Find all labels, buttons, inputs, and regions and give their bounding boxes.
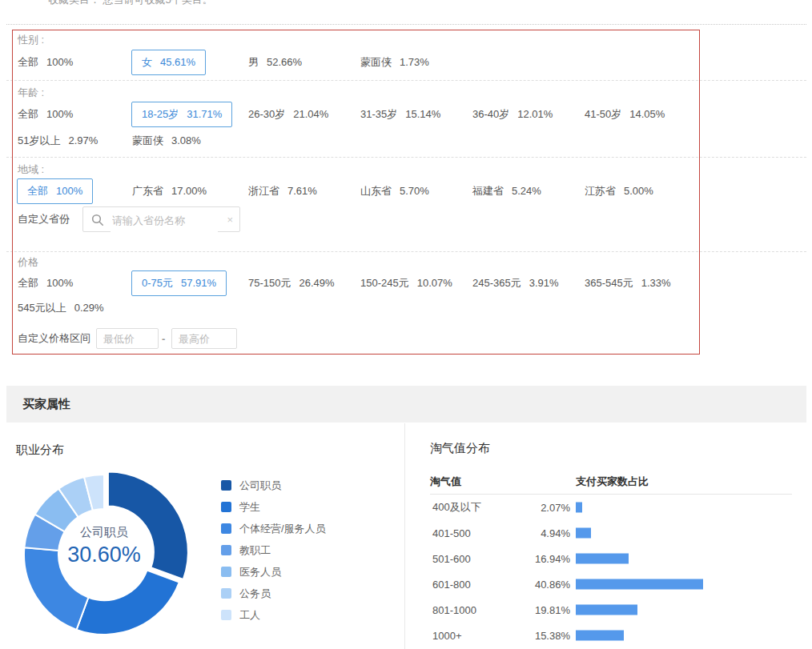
donut-slice[interactable] (108, 472, 188, 579)
search-icon (91, 214, 104, 226)
taoqi-range-label: 401-500 (432, 527, 471, 539)
filter-row: 545元以上0.29% (0, 296, 805, 320)
filter-option[interactable]: 全部100% (18, 276, 73, 290)
filter-option[interactable]: 蒙面侠3.08% (132, 134, 201, 148)
taoqi-bar (576, 503, 582, 513)
option-value: 14.05% (629, 108, 665, 120)
legend-item[interactable]: 公务员 (221, 586, 326, 607)
filter-option[interactable]: 365-545元1.33% (585, 276, 671, 290)
option-value: 1.73% (400, 56, 429, 68)
filter-option[interactable]: 全部100% (18, 107, 73, 122)
clear-icon[interactable]: × (227, 214, 233, 226)
option-label: 男 (248, 56, 259, 68)
taoqi-range-label: 1000+ (432, 630, 462, 642)
filter-option-selected[interactable]: 全部100% (17, 178, 93, 204)
option-value: 2.97% (68, 134, 98, 146)
donut-slice[interactable] (77, 571, 179, 635)
filter-option[interactable]: 全部100% (18, 55, 73, 70)
legend-swatch (221, 545, 231, 555)
option-value: 12.01% (517, 108, 553, 120)
filter-option[interactable]: 75-150元26.49% (248, 276, 335, 290)
filter-option[interactable]: 山东省5.70% (360, 184, 429, 198)
filter-option[interactable]: 31-35岁15.14% (360, 107, 440, 122)
province-search-input[interactable] (111, 208, 218, 232)
divider-dotted (6, 24, 806, 25)
filter-option-selected[interactable]: 18-25岁31.71% (131, 102, 232, 127)
occupation-legend: 公司职员学生个体经营/服务人员教职工医务人员公务员工人 (221, 478, 326, 629)
filter-option[interactable]: 男52.66% (248, 55, 302, 70)
filter-option[interactable]: 545元以上0.29% (18, 301, 104, 315)
taoqi-row: 501-60016.94% (430, 546, 794, 571)
filter-option[interactable]: 245-365元3.91% (472, 276, 559, 290)
buyer-attrs-title: 买家属性 (6, 386, 806, 423)
filter-option-selected[interactable]: 女45.61% (131, 50, 206, 75)
option-value: 5.00% (624, 185, 653, 197)
option-label: 41-50岁 (585, 108, 621, 120)
legend-swatch (221, 610, 231, 620)
option-value: 52.66% (267, 56, 302, 68)
donut-slice[interactable] (24, 547, 88, 630)
filter-row: 全部100%广东省17.00%浙江省7.61%山东省5.70%福建省5.24%江… (0, 178, 805, 205)
taoqi-pct-value: 40.86% (514, 579, 570, 591)
option-label: 18-25岁 (142, 108, 179, 120)
filter-row: 51岁以上2.97%蒙面侠3.08% (0, 128, 805, 154)
taoqi-row: 401-5004.94% (430, 520, 794, 546)
filter-option[interactable]: 广东省17.00% (132, 184, 207, 198)
taoqi-range-label: 601-800 (432, 579, 471, 591)
taoqi-panel: 淘气值分布 淘气值 支付买家数占比 400及以下2.07%401-5004.94… (430, 441, 794, 456)
min-price-input[interactable] (96, 328, 159, 349)
top-note-text: 收藏类目： 您当前可收藏5个类目。 (48, 0, 213, 7)
option-label: 福建省 (472, 185, 504, 197)
filter-row: 全部100%18-25岁31.71%26-30岁21.04%31-35岁15.1… (0, 101, 805, 128)
column-divider (404, 423, 405, 649)
legend-item[interactable]: 教职工 (221, 543, 326, 564)
legend-item[interactable]: 工人 (221, 607, 326, 629)
filter-option[interactable]: 150-245元10.07% (360, 276, 452, 290)
taoqi-bar (576, 579, 703, 590)
buyer-attrs-header: 买家属性 (6, 386, 806, 423)
option-value: 21.04% (293, 108, 328, 120)
option-value: 3.91% (529, 277, 559, 289)
filter-option[interactable]: 51岁以上2.97% (18, 134, 98, 148)
option-label: 浙江省 (248, 185, 279, 197)
filter-label: 性别 : (18, 33, 44, 47)
legend-item[interactable]: 公司职员 (221, 478, 326, 499)
option-value: 100% (56, 185, 82, 197)
province-search-box: × (82, 206, 240, 232)
filter-option[interactable]: 浙江省7.61% (248, 184, 317, 198)
option-value: 15.14% (405, 108, 440, 120)
option-label: 江苏省 (585, 185, 616, 197)
legend-item[interactable]: 学生 (221, 499, 326, 521)
taoqi-col-header-value: 淘气值 (430, 475, 461, 489)
legend-label: 个体经营/服务人员 (239, 523, 326, 535)
legend-swatch (221, 502, 231, 512)
legend-item[interactable]: 医务人员 (221, 564, 326, 586)
range-separator: - (162, 333, 165, 345)
filter-option-selected[interactable]: 0-75元57.91% (131, 270, 227, 296)
filter-option[interactable]: 26-30岁21.04% (248, 107, 328, 122)
option-value: 45.61% (160, 56, 195, 68)
legend-label: 教职工 (239, 544, 271, 556)
legend-swatch (221, 480, 231, 491)
option-label: 26-30岁 (248, 108, 285, 120)
filter-option[interactable]: 蒙面侠1.73% (360, 55, 429, 70)
legend-item[interactable]: 个体经营/服务人员 (221, 521, 326, 543)
filter-section-age: 年龄 : 全部100%18-25岁31.71%26-30岁21.04%31-35… (0, 80, 812, 157)
option-label: 75-150元 (248, 277, 291, 289)
max-price-input[interactable] (171, 328, 237, 349)
legend-swatch (221, 523, 231, 534)
taoqi-title: 淘气值分布 (430, 441, 794, 456)
filter-option[interactable]: 36-40岁12.01% (472, 107, 553, 122)
option-label: 51岁以上 (18, 134, 60, 146)
filter-option[interactable]: 江苏省5.00% (585, 184, 653, 198)
taoqi-pct-value: 2.07% (514, 502, 570, 514)
option-label: 广东省 (132, 185, 163, 197)
filter-option[interactable]: 福建省5.24% (472, 184, 541, 198)
legend-label: 学生 (239, 501, 260, 513)
taoqi-col-header-share: 支付买家数占比 (576, 475, 649, 489)
filter-option[interactable]: 41-50岁14.05% (585, 107, 665, 122)
option-label: 365-545元 (585, 277, 633, 289)
buyer-analysis-page: 收藏类目： 您当前可收藏5个类目。 性别 : 全部100%女45.61%男52.… (0, 0, 812, 649)
option-label: 全部 (18, 277, 38, 289)
taoqi-pct-value: 15.38% (514, 630, 570, 642)
